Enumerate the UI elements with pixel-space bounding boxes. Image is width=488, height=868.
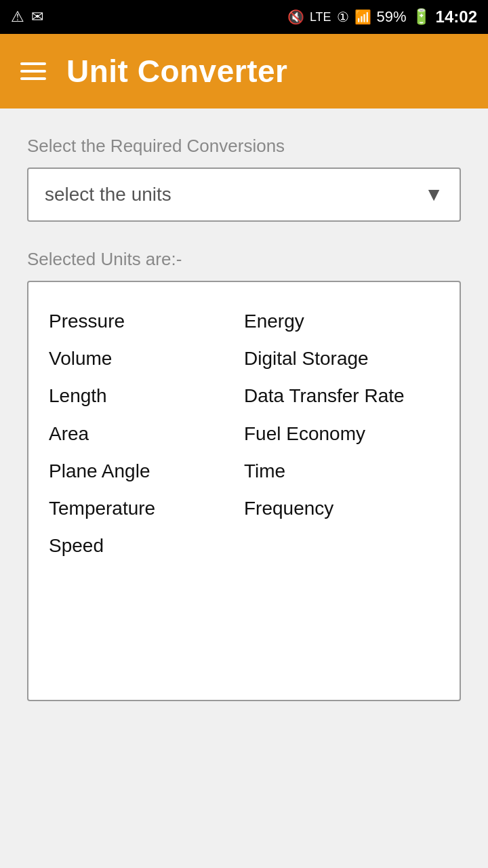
unit-item-temperature[interactable]: Temperature xyxy=(49,490,244,527)
battery-icon: 🔋 xyxy=(412,8,430,26)
units-grid: Pressure Volume Length Area Plane Angle … xyxy=(49,302,439,564)
unit-item-length[interactable]: Length xyxy=(49,377,244,414)
battery-text: 59% xyxy=(377,8,407,26)
unit-item-time[interactable]: Time xyxy=(244,452,439,490)
status-time: 14:02 xyxy=(436,7,477,26)
unit-item-frequency[interactable]: Frequency xyxy=(244,490,439,527)
units-right-column: Energy Digital Storage Data Transfer Rat… xyxy=(244,302,439,564)
status-bar: ⚠ ✉ 🔇 LTE ① 📶 59% 🔋 14:02 xyxy=(0,0,488,34)
gmail-icon: ✉ xyxy=(31,8,43,26)
unit-item-volume[interactable]: Volume xyxy=(49,340,244,377)
unit-item-digital-storage[interactable]: Digital Storage xyxy=(244,340,439,377)
app-bar: Unit Converter xyxy=(0,34,488,108)
status-bar-right: 🔇 LTE ① 📶 59% 🔋 14:02 xyxy=(287,7,477,26)
status-bar-left: ⚠ ✉ xyxy=(11,8,43,26)
dropdown-placeholder: select the units xyxy=(45,184,171,205)
signal-icon: 📶 xyxy=(354,9,371,25)
units-dropdown[interactable]: select the units ▼ xyxy=(27,167,461,222)
app-title: Unit Converter xyxy=(66,53,287,90)
hamburger-line-2 xyxy=(20,70,46,73)
sim-icon: ① xyxy=(337,9,349,25)
units-list-box: Pressure Volume Length Area Plane Angle … xyxy=(27,281,461,701)
unit-item-fuel-economy[interactable]: Fuel Economy xyxy=(244,415,439,452)
unit-item-data-transfer-rate[interactable]: Data Transfer Rate xyxy=(244,377,439,414)
conversion-section-label: Select the Required Conversions xyxy=(27,136,461,157)
main-content: Select the Required Conversions select t… xyxy=(0,108,488,868)
hamburger-line-3 xyxy=(20,77,46,80)
unit-item-plane-angle[interactable]: Plane Angle xyxy=(49,452,244,490)
chevron-down-icon: ▼ xyxy=(424,184,443,205)
hamburger-menu-button[interactable] xyxy=(20,62,46,80)
hamburger-line-1 xyxy=(20,62,46,65)
volte-icon: LTE xyxy=(310,10,331,24)
selected-units-label: Selected Units are:- xyxy=(27,249,461,270)
unit-item-area[interactable]: Area xyxy=(49,415,244,452)
units-left-column: Pressure Volume Length Area Plane Angle … xyxy=(49,302,244,564)
unit-item-pressure[interactable]: Pressure xyxy=(49,302,244,340)
warning-icon: ⚠ xyxy=(11,8,24,26)
mute-icon: 🔇 xyxy=(287,9,304,25)
unit-item-speed[interactable]: Speed xyxy=(49,527,244,564)
unit-item-energy[interactable]: Energy xyxy=(244,302,439,340)
